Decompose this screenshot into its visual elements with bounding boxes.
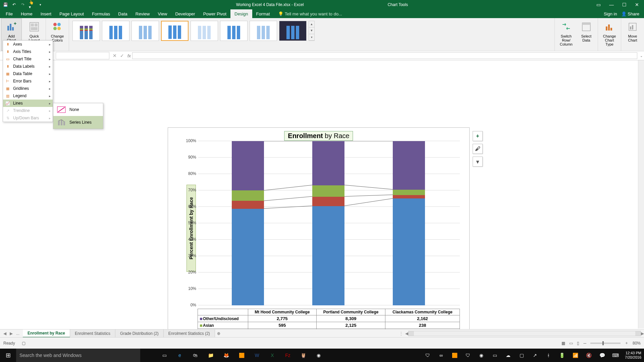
tray-monitor-icon[interactable]: ▭ xyxy=(491,351,499,359)
chart-elements-button[interactable]: + xyxy=(473,131,483,141)
formula-expand-icon[interactable]: ⌄ xyxy=(640,54,643,58)
tray-app-icon[interactable]: ∞ xyxy=(437,351,445,359)
menu-data-labels[interactable]: ⬍Data Labels▸ xyxy=(3,63,53,70)
zoom-out-icon[interactable]: ─ xyxy=(583,341,586,346)
chrome-icon[interactable]: ◉ xyxy=(315,351,323,359)
hscroll-left-icon[interactable]: ◀ xyxy=(405,331,408,336)
qat-more-icon[interactable]: ▾ xyxy=(38,2,43,7)
app-icon[interactable]: 🦉 xyxy=(299,351,307,359)
tab-review[interactable]: Review xyxy=(131,9,154,18)
close-icon[interactable]: ✕ xyxy=(635,2,639,7)
submenu-series-lines[interactable]: Series Lines xyxy=(53,116,103,129)
chart-style-1[interactable] xyxy=(72,21,100,41)
menu-gridlines[interactable]: ▦Gridlines▸ xyxy=(3,85,53,92)
word-icon[interactable]: W xyxy=(253,351,261,359)
tab-split-icon[interactable]: ⋮ xyxy=(399,331,403,336)
tab-data[interactable]: Data xyxy=(114,9,131,18)
zoom-level[interactable]: 80% xyxy=(633,341,641,346)
submenu-none[interactable]: None xyxy=(53,103,103,116)
select-data-button[interactable]: Select Data xyxy=(576,19,596,50)
tray-cloud-icon[interactable]: ☁ xyxy=(504,351,512,359)
zoom-slider[interactable] xyxy=(590,343,621,344)
tray-bluetooth-icon[interactable]: ᚼ xyxy=(544,351,552,359)
undo-icon[interactable]: ↶ xyxy=(11,2,17,7)
chart-style-5[interactable] xyxy=(191,21,218,41)
change-chart-type-button[interactable]: Change Chart Type xyxy=(599,19,620,50)
tab-power-pivot[interactable]: Power Pivot xyxy=(199,9,230,18)
tray-shield-icon[interactable]: 🛡 xyxy=(464,351,472,359)
chart-object[interactable]: Enrollment by Race + 🖌 ▾ Percent Enrollm… xyxy=(168,127,470,362)
cancel-entry-icon[interactable]: ✕ xyxy=(113,53,117,58)
chart-style-6[interactable] xyxy=(220,21,248,41)
menu-axes[interactable]: ⬍Axes▸ xyxy=(3,41,53,48)
horizontal-scrollbar[interactable] xyxy=(408,331,641,336)
minimize-icon[interactable]: — xyxy=(609,2,614,7)
chart-style-2[interactable] xyxy=(102,21,129,41)
view-page-layout-icon[interactable]: ▭ xyxy=(569,341,573,346)
chart-style-7[interactable] xyxy=(250,21,277,41)
tab-home[interactable]: Home xyxy=(17,9,37,18)
menu-error-bars[interactable]: ⊢Error Bars▸ xyxy=(3,77,53,85)
store-icon[interactable]: 🛍 xyxy=(191,351,199,359)
tray-app2-icon[interactable]: 🟧 xyxy=(450,351,459,359)
snagit-icon[interactable]: 🟧 xyxy=(237,351,246,359)
tray-app4-icon[interactable]: ↗ xyxy=(531,351,539,359)
firefox-icon[interactable]: 🦊 xyxy=(222,351,230,359)
tray-notifications-icon[interactable]: 💬 xyxy=(598,351,606,359)
tray-volume-icon[interactable]: 🔇 xyxy=(585,351,593,359)
worksheet-area[interactable]: Enrollment by Race + 🖌 ▾ Percent Enrollm… xyxy=(0,60,638,327)
tray-record-icon[interactable]: ◉ xyxy=(477,351,485,359)
sheet-tab-grade-distribution-2[interactable]: Grade Distribution (2) xyxy=(115,329,164,338)
tab-format[interactable]: Format xyxy=(252,9,274,18)
chart-style-4[interactable] xyxy=(161,21,189,41)
macro-record-icon[interactable]: ▢ xyxy=(22,341,25,346)
plot-area[interactable]: 0% 10% 20% 30% 40% 50% 60% 70% 80% 90% 1… xyxy=(198,141,460,305)
zoom-in-icon[interactable]: ＋ xyxy=(625,340,629,346)
save-icon[interactable]: 💾 xyxy=(3,2,8,7)
share-button[interactable]: 👤 Share xyxy=(621,11,639,16)
switch-row-column-button[interactable]: Switch Row/ Column xyxy=(556,19,576,50)
vertical-scrollbar[interactable] xyxy=(638,60,644,328)
chart-title[interactable]: Enrollment by Race xyxy=(284,131,353,141)
menu-lines[interactable]: 📈Lines▸ xyxy=(3,100,53,107)
touch-icon[interactable]: 👆▾ xyxy=(29,2,34,7)
edge-icon[interactable]: e xyxy=(176,351,184,359)
tab-file[interactable]: File xyxy=(2,9,17,18)
redo-icon[interactable]: ↷ xyxy=(20,2,25,7)
sheet-tab-enrolment-statistics-2[interactable]: Enrolment Statistics (2) xyxy=(164,329,215,338)
chart-styles-button[interactable]: 🖌 xyxy=(473,144,483,154)
task-view-icon[interactable]: ▭ xyxy=(160,351,168,359)
tab-developer[interactable]: Developer xyxy=(171,9,199,18)
windows-search-input[interactable]: Search the web and Windows xyxy=(16,349,140,362)
tray-keyboard-icon[interactable]: ⌨ xyxy=(611,351,620,359)
tray-battery-icon[interactable]: 🔋 xyxy=(558,351,566,359)
tray-security-icon[interactable]: 🛡 xyxy=(424,351,432,359)
excel-icon[interactable]: X xyxy=(268,351,276,359)
fx-icon[interactable]: fx xyxy=(127,53,131,58)
tab-design[interactable]: Design xyxy=(230,9,252,18)
chart-filters-button[interactable]: ▾ xyxy=(473,157,483,167)
filezilla-icon[interactable]: Fz xyxy=(284,351,292,359)
menu-legend[interactable]: ▥Legend▸ xyxy=(3,92,53,100)
formula-input[interactable] xyxy=(132,52,637,59)
confirm-entry-icon[interactable]: ✓ xyxy=(120,53,124,58)
sign-in[interactable]: Sign in xyxy=(604,11,617,16)
chart-style-3[interactable] xyxy=(131,21,159,41)
tab-scroll-right-icon[interactable]: ▶ xyxy=(10,331,13,336)
add-sheet-button[interactable]: ⊕ xyxy=(215,331,222,336)
sheet-tab-enrollment-by-race[interactable]: Enrollment by Race xyxy=(23,329,70,338)
system-clock[interactable]: 12:43 PM7/20/2016 xyxy=(625,351,641,360)
tab-nav-dots[interactable]: ... xyxy=(16,331,19,336)
name-box[interactable] xyxy=(56,52,109,59)
file-explorer-icon[interactable]: 📁 xyxy=(207,351,215,359)
view-page-break-icon[interactable]: ▯ xyxy=(577,341,579,346)
tell-me[interactable]: 💡 Tell me what you want to do... xyxy=(274,9,346,18)
tray-wifi-icon[interactable]: 📶 xyxy=(571,351,579,359)
sheet-tab-enrolment-statistics[interactable]: Enrolment Statistics xyxy=(70,329,115,338)
y-axis-title[interactable]: Percent Enrollment by Race xyxy=(186,185,196,272)
menu-data-table[interactable]: ▦Data Table▸ xyxy=(3,70,53,77)
tab-formulas[interactable]: Formulas xyxy=(88,9,114,18)
hscroll-right-icon[interactable]: ▶ xyxy=(641,331,644,336)
chart-style-8[interactable] xyxy=(279,21,307,41)
maximize-icon[interactable]: ☐ xyxy=(622,2,627,7)
